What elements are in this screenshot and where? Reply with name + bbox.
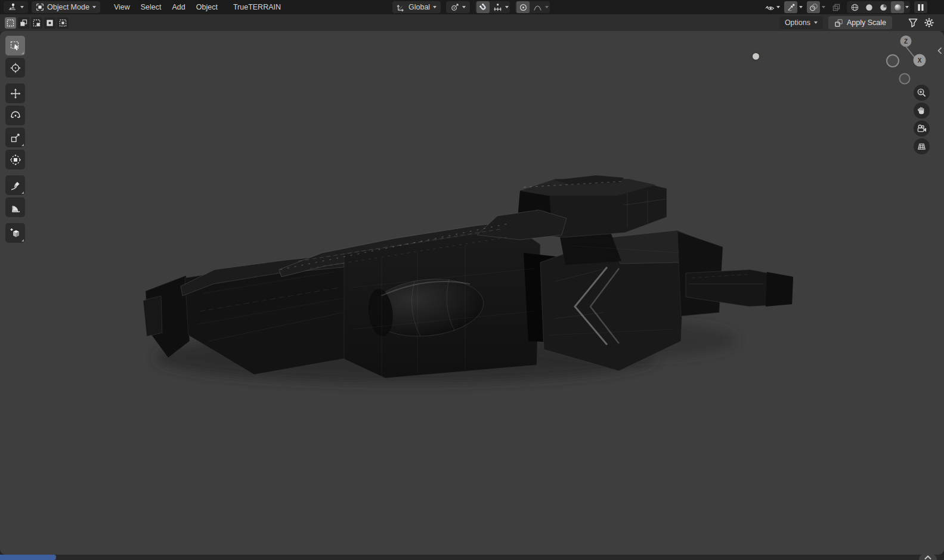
chevron-down-icon[interactable]	[905, 6, 909, 8]
editor-type-button[interactable]	[4, 1, 28, 13]
chevron-left-icon	[937, 47, 942, 54]
pause-button[interactable]	[914, 1, 927, 13]
shading-solid-button[interactable]	[862, 1, 875, 13]
sidebar-collapse-tab[interactable]	[936, 44, 944, 57]
show-gizmos-toggle[interactable]	[784, 1, 797, 13]
orientation-label: Global	[408, 3, 430, 11]
shading-rendered-button[interactable]	[891, 1, 904, 13]
tool-settings-bar: Options Apply Scale	[0, 14, 944, 31]
light-object[interactable]	[753, 53, 759, 60]
overlays-group	[807, 1, 825, 13]
orientation-axes-icon	[397, 3, 406, 12]
chevron-down-icon	[776, 6, 780, 8]
proportional-editing-toggle[interactable]	[516, 1, 530, 13]
filter-funnel-icon	[908, 17, 918, 28]
proportional-edit-group	[515, 1, 550, 13]
solid-sphere-icon	[865, 3, 874, 12]
tool-cursor[interactable]	[5, 58, 25, 78]
tool-annotate[interactable]	[5, 175, 25, 195]
falloff-dropdown[interactable]	[531, 1, 544, 13]
gizmo-arrow-icon	[787, 3, 796, 12]
tool-move[interactable]	[5, 83, 25, 103]
menu-select[interactable]: Select	[135, 1, 167, 13]
pivot-point-dropdown[interactable]	[446, 1, 470, 13]
shading-material-button[interactable]	[877, 1, 890, 13]
tool-transform[interactable]	[5, 150, 25, 169]
tool-add-cube[interactable]	[5, 223, 25, 243]
chevron-down-icon[interactable]	[822, 6, 825, 8]
transform-orientation-dropdown[interactable]: Global	[392, 1, 441, 13]
gizmo-y-neg-axis[interactable]	[887, 55, 899, 67]
chevron-down-icon	[462, 6, 466, 8]
select-mode-extend[interactable]	[18, 17, 29, 29]
snapping-group	[475, 1, 510, 13]
show-overlays-toggle[interactable]	[807, 1, 820, 13]
rendered-sphere-icon	[893, 3, 902, 12]
tool-scale[interactable]	[5, 128, 25, 147]
object-visibility-dropdown[interactable]	[765, 3, 780, 12]
visibility-eye-icon	[765, 3, 775, 12]
camera-icon	[917, 123, 927, 134]
status-expand-button[interactable]	[919, 554, 937, 560]
navigation-gizmo[interactable]: Z X	[881, 33, 936, 88]
apply-scale-label: Apply Scale	[847, 18, 886, 27]
shading-wireframe-button[interactable]	[848, 1, 861, 13]
chevron-up-icon	[924, 555, 931, 560]
chevron-down-icon[interactable]	[545, 6, 549, 8]
shading-modes-group	[847, 1, 910, 13]
zoom-button[interactable]	[914, 85, 930, 101]
mode-selector[interactable]: Object Mode	[32, 1, 100, 13]
snap-increment-icon	[493, 3, 502, 12]
perspective-grid-icon	[917, 141, 927, 151]
chevron-down-icon	[433, 6, 437, 8]
tool-rotate[interactable]	[5, 106, 25, 125]
xray-toggle[interactable]	[830, 1, 843, 13]
options-label: Options	[785, 18, 810, 27]
snap-with-button[interactable]	[491, 1, 504, 13]
chevron-down-icon[interactable]	[505, 6, 509, 8]
object-mode-icon	[36, 3, 44, 11]
menu-view[interactable]: View	[109, 1, 135, 13]
chevron-down-icon	[92, 6, 96, 8]
gizmo-z-label: Z	[904, 38, 908, 45]
falloff-curve-icon	[533, 3, 542, 12]
viewport-header: Object Mode View Select Add Object TrueT…	[0, 0, 944, 14]
hand-icon	[917, 106, 927, 116]
menu-trueterrain[interactable]: TrueTERRAIN	[228, 1, 286, 13]
spaceship-model[interactable]	[0, 31, 944, 555]
menu-object[interactable]: Object	[191, 1, 223, 13]
pause-icon	[917, 4, 924, 11]
gizmo-z-neg-axis[interactable]	[900, 74, 910, 84]
pivot-icon	[450, 3, 459, 12]
select-mode-intersect[interactable]	[57, 17, 69, 29]
xray-icon	[832, 3, 841, 12]
proportional-circle-icon	[519, 3, 528, 12]
camera-view-button[interactable]	[914, 120, 930, 137]
menu-add[interactable]: Add	[167, 1, 191, 13]
3d-viewport[interactable]: Z X	[0, 31, 944, 555]
mode-label: Object Mode	[47, 3, 89, 11]
snap-toggle[interactable]	[476, 1, 490, 13]
filter-button[interactable]	[908, 17, 918, 28]
overlays-icon	[809, 3, 818, 12]
gear-icon	[924, 17, 934, 28]
select-mode-invert[interactable]	[44, 17, 55, 29]
tool-measure[interactable]	[5, 197, 25, 217]
tool-select-box[interactable]	[5, 36, 25, 55]
settings-button[interactable]	[924, 17, 934, 28]
select-mode-subtract[interactable]	[31, 17, 42, 29]
wireframe-sphere-icon	[850, 3, 859, 12]
status-bar	[0, 555, 944, 560]
chevron-down-icon	[20, 6, 24, 8]
pan-button[interactable]	[914, 103, 930, 119]
viewport-nav-buttons	[914, 85, 930, 154]
tool-shelf	[5, 36, 26, 243]
chevron-down-icon[interactable]	[799, 6, 803, 8]
gizmo-x-label: X	[918, 57, 922, 64]
select-mode-set[interactable]	[5, 17, 16, 29]
apply-scale-button[interactable]: Apply Scale	[828, 16, 892, 29]
options-dropdown[interactable]: Options	[779, 16, 823, 29]
select-mode-group	[5, 17, 70, 29]
toggle-projection-button[interactable]	[914, 138, 930, 154]
zoom-icon	[917, 88, 927, 98]
